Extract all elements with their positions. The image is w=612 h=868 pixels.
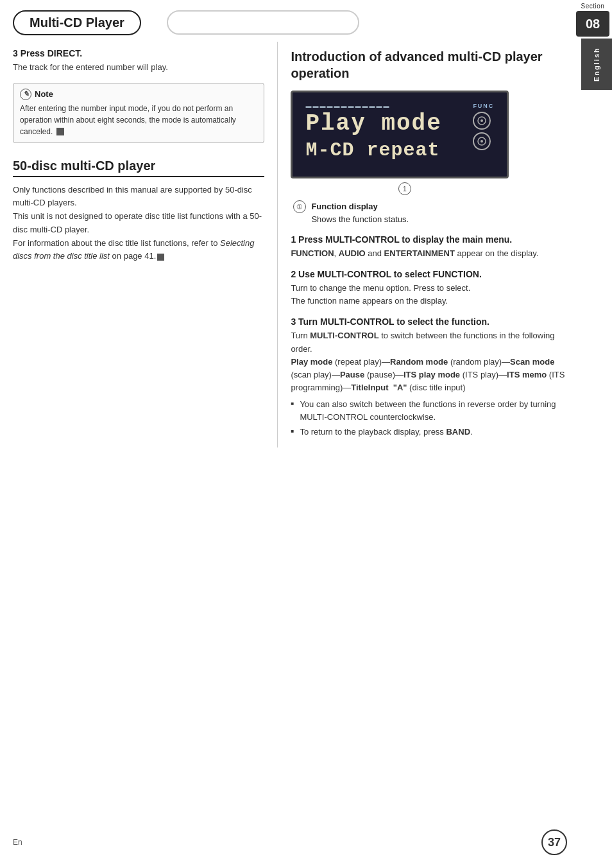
note-box: ✎ Note After entering the number input m… xyxy=(13,83,264,143)
circle-1-label: 1 xyxy=(398,182,411,195)
display-top-bar: ▬▬▬▬▬▬▬▬▬▬▬▬ Play mode M-CD repeat FUNC xyxy=(305,103,494,161)
bullet-list: You can also switch between the function… xyxy=(291,398,567,438)
left-step3: 3 Press DIRECT. The track for the entere… xyxy=(13,48,264,74)
header-middle-box xyxy=(167,10,359,35)
note-title: ✎ Note xyxy=(20,89,257,100)
display-container: ▬▬▬▬▬▬▬▬▬▬▬▬ Play mode M-CD repeat FUNC xyxy=(291,91,567,195)
bullet-item-1: You can also switch between the function… xyxy=(291,398,567,423)
func-display-label: Function display xyxy=(311,202,377,211)
left-column: 3 Press DIRECT. The track for the entere… xyxy=(13,42,277,447)
disc50-title: 50-disc multi-CD player xyxy=(13,159,264,177)
display-icon2 xyxy=(473,132,491,150)
disc50-section: 50-disc multi-CD player Only functions d… xyxy=(13,159,264,264)
svg-point-1 xyxy=(480,119,483,122)
display-circle-label: 1 xyxy=(239,182,567,195)
disc50-body: Only functions described in this manual … xyxy=(13,184,264,264)
intro-heading: Introduction of advanced multi-CD player… xyxy=(291,48,567,82)
section-area: Section 08 xyxy=(574,0,612,37)
note-icon: ✎ xyxy=(20,89,31,100)
footer-page: 37 xyxy=(541,829,567,855)
func-display-circle: ① xyxy=(293,200,306,213)
note-text: After entering the number input mode, if… xyxy=(20,103,257,137)
english-label: English xyxy=(581,39,612,90)
display-icons: FUNC xyxy=(473,103,494,150)
section-label: Section xyxy=(581,0,605,10)
right-step1-heading: 1 Press MULTI-CONTROL to display the mai… xyxy=(291,234,567,245)
right-step1-text: FUNCTION, AUDIO and ENTERTAINMENT appear… xyxy=(291,247,567,260)
left-step3-heading: 3 Press DIRECT. xyxy=(13,48,264,58)
display-line1: Play mode xyxy=(305,110,473,137)
left-step3-text: The track for the entered number will pl… xyxy=(13,61,264,74)
page-title: Multi-CD Player xyxy=(13,10,141,35)
disc-icon xyxy=(477,137,486,146)
display-main: ▬▬▬▬▬▬▬▬▬▬▬▬ Play mode M-CD repeat xyxy=(305,103,473,161)
right-step3: 3 Turn MULTI-CONTROL to select the funct… xyxy=(291,317,567,438)
func-display-note: ① Function display Shows the function st… xyxy=(291,200,567,225)
right-step3-text: Turn MULTI-CONTROL to switch between the… xyxy=(291,329,567,394)
right-step2: 2 Use MULTI-CONTROL to select FUNCTION. … xyxy=(291,269,567,308)
func-display-content: Function display Shows the function stat… xyxy=(311,200,409,225)
bullet-item-2: To return to the playback display, press… xyxy=(291,426,567,438)
footer-lang: En xyxy=(13,838,22,847)
func-display-text: Shows the function status. xyxy=(311,214,409,224)
right-step2-text: Turn to change the menu option. Press to… xyxy=(291,282,567,308)
display-top-line: ▬▬▬▬▬▬▬▬▬▬▬▬ xyxy=(305,103,473,109)
right-column: Introduction of advanced multi-CD player… xyxy=(277,42,567,447)
footer: En 37 xyxy=(0,829,612,855)
svg-point-3 xyxy=(480,140,483,143)
music-icon xyxy=(477,116,486,125)
section-number: 08 xyxy=(576,11,609,37)
display-box: ▬▬▬▬▬▬▬▬▬▬▬▬ Play mode M-CD repeat FUNC xyxy=(291,91,509,178)
display-brand: FUNC xyxy=(473,103,494,109)
stop-icon xyxy=(56,128,64,135)
display-icon1 xyxy=(473,112,491,130)
right-step3-heading: 3 Turn MULTI-CONTROL to select the funct… xyxy=(291,317,567,327)
display-line2: M-CD repeat xyxy=(305,139,473,161)
stop-icon2 xyxy=(157,254,164,261)
right-step2-heading: 2 Use MULTI-CONTROL to select FUNCTION. xyxy=(291,269,567,279)
right-step1: 1 Press MULTI-CONTROL to display the mai… xyxy=(291,234,567,260)
